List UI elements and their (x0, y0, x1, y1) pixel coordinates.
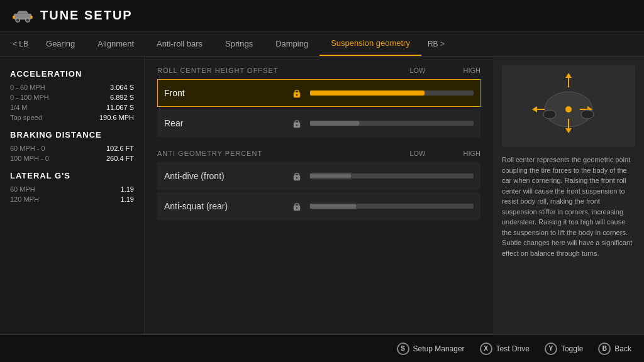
acceleration-title: ACCELERATION (10, 69, 134, 79)
svg-point-24 (581, 110, 594, 119)
tab-alignment[interactable]: Alignment (86, 31, 145, 56)
svg-point-10 (296, 177, 297, 178)
toggle-label: Toggle (561, 344, 583, 353)
stat-row: 60 MPH 1.19 (10, 185, 134, 193)
slider-antidive[interactable] (310, 173, 474, 178)
stat-label: 0 - 100 MPH (10, 94, 49, 101)
right-panel: Roll center represents the geometric poi… (493, 57, 644, 362)
svg-marker-15 (565, 73, 572, 78)
stat-value: 1.19 (121, 195, 134, 203)
suspension-svg (531, 72, 606, 141)
left-panel: ACCELERATION 0 - 60 MPH 3.064 S 0 - 100 … (0, 57, 145, 362)
slider-front[interactable] (310, 90, 474, 96)
stat-value: 190.6 MPH (99, 114, 134, 121)
suspension-diagram (502, 65, 635, 147)
antidive-label: Anti-dive (front) (164, 171, 290, 181)
bottom-bar: S Setup Manager X Test Drive Y Toggle B … (0, 334, 644, 362)
svg-point-23 (543, 110, 556, 119)
svg-marker-17 (565, 128, 572, 133)
stat-value: 3.064 S (110, 84, 134, 91)
stat-row: 0 - 100 MPH 6.892 S (10, 94, 134, 101)
braking-title: BRAKING DISTANCE (10, 130, 134, 140)
tab-damping[interactable]: Damping (264, 31, 319, 56)
main-layout: ACCELERATION 0 - 60 MPH 3.064 S 0 - 100 … (0, 57, 644, 362)
setup-manager-label: Setup Manager (413, 344, 465, 353)
stat-label: 0 - 60 MPH (10, 84, 45, 91)
lock-icon-antisquat (290, 199, 304, 213)
slider-antisquat[interactable] (310, 204, 474, 209)
svg-rect-4 (31, 16, 33, 19)
stat-label: 100 MPH - 0 (10, 155, 49, 162)
toggle-btn-icon: Y (545, 343, 557, 355)
stat-row: 60 MPH - 0 102.6 FT (10, 145, 134, 152)
car-icon (13, 9, 33, 23)
rear-label: Rear (164, 118, 290, 128)
test-drive-action[interactable]: X Test Drive (480, 343, 530, 355)
range-high-label: HIGH (464, 67, 481, 74)
back-label: Back (614, 344, 631, 353)
stat-row: 1/4 M 11.067 S (10, 104, 134, 111)
lock-icon-front (290, 86, 304, 100)
svg-point-8 (296, 124, 297, 126)
description-text: Roll center represents the geometric poi… (502, 155, 635, 339)
back-action[interactable]: B Back (598, 343, 631, 355)
stat-row: 0 - 60 MPH 3.064 S (10, 84, 134, 91)
section1-label: ROLL CENTER HEIGHT OFFSET (157, 67, 409, 74)
svg-marker-19 (532, 106, 537, 112)
lock-icon-antidive (290, 169, 304, 183)
stat-value: 102.6 FT (106, 145, 134, 152)
range2-high-label: HIGH (464, 150, 481, 157)
tab-gearing[interactable]: Gearing (35, 31, 86, 56)
lock-icon-rear (290, 116, 304, 130)
tuning-row-antisquat[interactable]: Anti-squat (rear) (157, 192, 480, 220)
nav-right-arrow[interactable]: RB > (421, 31, 451, 56)
svg-point-22 (565, 106, 572, 112)
stat-label: 120 MPH (10, 195, 39, 203)
antisquat-label: Anti-squat (rear) (164, 201, 290, 211)
setup-manager-btn-icon: S (397, 343, 409, 355)
tuning-row-antidive[interactable]: Anti-dive (front) (157, 162, 480, 190)
header: TUNE SETUP (0, 0, 644, 31)
stat-row: Top speed 190.6 MPH (10, 114, 134, 121)
range2-low-label: LOW (409, 150, 425, 157)
nav-left-arrow[interactable]: < LB (6, 31, 35, 56)
stat-label: 1/4 M (10, 104, 28, 111)
page-title: TUNE SETUP (40, 8, 133, 23)
range-low-label: LOW (409, 67, 425, 74)
tab-antiroll[interactable]: Anti-roll bars (145, 31, 214, 56)
stat-value: 260.4 FT (106, 155, 134, 162)
center-panel: ROLL CENTER HEIGHT OFFSET LOW HIGH Front… (145, 57, 493, 362)
tab-suspension-geometry[interactable]: Suspension geometry (319, 31, 421, 56)
lateral-title: LATERAL G'S (10, 171, 134, 180)
tuning-row-rear[interactable]: Rear (157, 109, 480, 137)
stat-row: 120 MPH 1.19 (10, 195, 134, 203)
section1-header: ROLL CENTER HEIGHT OFFSET LOW HIGH (157, 67, 480, 74)
slider-rear[interactable] (310, 121, 474, 126)
stat-label: Top speed (10, 114, 42, 121)
setup-manager-action[interactable]: S Setup Manager (397, 343, 465, 355)
stat-value: 1.19 (121, 185, 134, 193)
section2-header: ANTI GEOMETRY PERCENT LOW HIGH (157, 150, 480, 157)
stat-label: 60 MPH (10, 185, 35, 193)
back-btn-icon: B (598, 343, 611, 355)
test-drive-label: Test Drive (496, 344, 530, 353)
toggle-action[interactable]: Y Toggle (545, 343, 583, 355)
svg-rect-3 (13, 16, 14, 19)
stat-value: 6.892 S (110, 94, 134, 101)
svg-point-12 (296, 207, 297, 209)
svg-point-2 (26, 18, 30, 21)
tuning-row-front[interactable]: Front (157, 79, 480, 107)
nav-tabs: < LB Gearing Alignment Anti-roll bars Sp… (0, 31, 644, 57)
stat-label: 60 MPH - 0 (10, 145, 45, 152)
stat-row: 100 MPH - 0 260.4 FT (10, 155, 134, 162)
section2-label: ANTI GEOMETRY PERCENT (157, 150, 409, 157)
tab-springs[interactable]: Springs (214, 31, 264, 56)
stat-value: 11.067 S (106, 104, 134, 111)
test-drive-btn-icon: X (480, 343, 492, 355)
svg-point-1 (16, 18, 19, 21)
svg-point-6 (296, 94, 297, 96)
front-label: Front (164, 88, 290, 98)
